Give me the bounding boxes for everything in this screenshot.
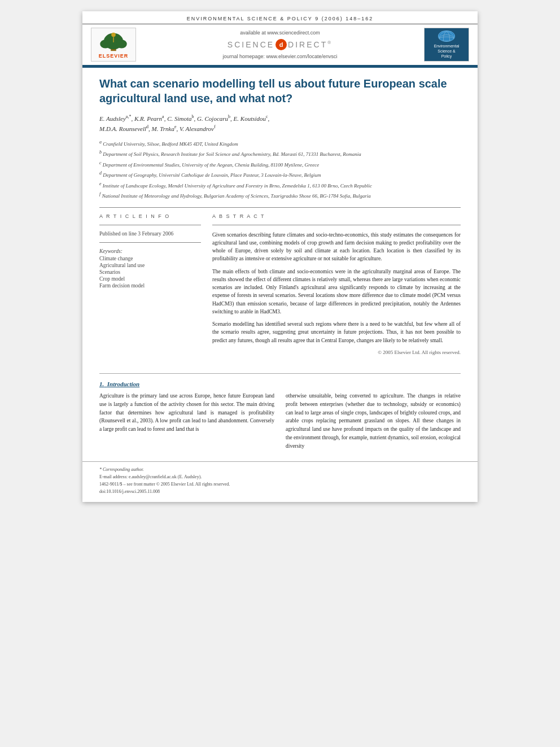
intro-heading-text: Introduction: [107, 381, 139, 387]
author-1: E. Audsley: [99, 115, 126, 122]
abstract-p1: Given scenarios describing future climat…: [212, 231, 461, 263]
d-circle: d: [275, 39, 287, 50]
footer-section: * Corresponding author. E-mail address: …: [82, 461, 478, 502]
science-text: SCIENCE: [228, 40, 274, 49]
author-8-sup: f: [214, 124, 216, 129]
author-1-sup: a,*: [126, 114, 132, 119]
affil-b: b Department of Soil Physics, Research I…: [99, 149, 461, 159]
author-3-sup: b: [192, 114, 194, 119]
affiliations: a Cranfield University, Silsoe, Bedford …: [99, 139, 461, 200]
email-address: e.audsley@cranfield.ac.uk (E. Audsley).: [129, 474, 202, 479]
intro-divider: [99, 373, 461, 374]
author-6-sup: d: [146, 124, 148, 129]
article-info-section: Published on line 3 February 2006 Keywor…: [99, 231, 201, 289]
section-divider-2: [99, 225, 201, 225]
svg-point-4: [111, 33, 116, 37]
published-date: Published on line 3 February 2006: [99, 231, 201, 237]
svg-point-6: [439, 32, 454, 42]
elsevier-label: ELSEVIER: [99, 53, 129, 59]
abstract-p2: The main effects of both climate and soc…: [212, 268, 461, 316]
keyword-2: Agricultural land use: [99, 263, 201, 268]
intro-two-col: Agriculture is the primary land use acro…: [99, 392, 461, 450]
author-4-sup: b: [228, 114, 230, 119]
env-logo-text: EnvironmentalScience &Policy: [434, 43, 460, 59]
affil-a: a Cranfield University, Silsoe, Bedford …: [99, 139, 461, 148]
keywords-label: Keywords:: [99, 248, 201, 254]
article-content: What can scenario modelling tell us abou…: [82, 68, 478, 368]
keyword-1: Climate change: [99, 256, 201, 261]
affil-f: f National Institute of Meteorology and …: [99, 191, 461, 200]
intro-col-right: otherwise unsuitable, being converted to…: [286, 392, 461, 450]
author-8: V. Alexandrov: [180, 125, 214, 132]
doi-line: doi:10.1016/j.envsci.2005.11.008: [99, 488, 461, 496]
keyword-4: Crop model: [99, 276, 201, 282]
intro-text-right: otherwise unsuitable, being converted to…: [286, 392, 461, 450]
page: ENVIRONMENTAL SCIENCE & POLICY 9 (2006) …: [82, 11, 478, 502]
header-center: available at www.sciencedirect.com SCIEN…: [136, 30, 424, 59]
article-title: What can scenario modelling tell us abou…: [99, 76, 461, 106]
available-text: available at www.sciencedirect.com: [136, 30, 424, 36]
svg-point-3: [116, 40, 127, 48]
keyword-5: Farm decision model: [99, 283, 201, 289]
intro-number: 1.: [99, 381, 104, 387]
journal-title: ENVIRONMENTAL SCIENCE & POLICY 9 (2006) …: [187, 16, 373, 21]
section-divider-4: [212, 225, 461, 225]
author-3: C. Simota: [167, 115, 191, 122]
sciencedirect-logo: SCIENCE d DIRECT®: [136, 39, 424, 50]
svg-point-2: [100, 40, 111, 48]
section-divider-1: [99, 207, 461, 208]
author-2: K.R. Pearn: [134, 115, 162, 122]
intro-col-left: Agriculture is the primary land use acro…: [99, 392, 274, 450]
section-divider-3: [99, 242, 201, 243]
email-line: E-mail address: e.audsley@cranfield.ac.u…: [99, 474, 461, 481]
abstract-col: A B S T R A C T Given scenarios describi…: [212, 213, 461, 357]
affil-c: c Department of Environmental Studies, U…: [99, 160, 461, 169]
affil-e: e Institute of Landscape Ecology, Mendel…: [99, 181, 461, 190]
article-info-abstract: A R T I C L E I N F O Published on line …: [99, 213, 461, 357]
author-7-sup: e: [174, 124, 177, 129]
authors: E. Audsleya,*, K.R. Pearna, C. Simotab, …: [99, 113, 461, 134]
author-7: M. Trnka: [152, 125, 174, 132]
env-science-logo: EnvironmentalScience &Policy: [424, 28, 469, 62]
abstract-header: A B S T R A C T: [212, 213, 461, 219]
elsevier-logo: ELSEVIER: [91, 28, 136, 62]
author-2-sup: a: [162, 114, 164, 119]
author-5-sup: c: [266, 114, 268, 119]
footnote-star: * Corresponding author.: [99, 467, 144, 472]
article-info-col: A R T I C L E I N F O Published on line …: [99, 213, 201, 357]
author-5: E. Koutsidou: [234, 115, 266, 122]
keyword-3: Scenarios: [99, 269, 201, 275]
affil-d: d Department of Geography, Université Ca…: [99, 170, 461, 180]
copyright: © 2005 Elsevier Ltd. All rights reserved…: [212, 349, 461, 357]
journal-header: ENVIRONMENTAL SCIENCE & POLICY 9 (2006) …: [82, 11, 478, 24]
author-6: M.D.A. Rounsevell: [99, 125, 146, 132]
author-4: G. Cojocaru: [197, 115, 228, 122]
globe-icon: [438, 30, 455, 42]
issn-line: 1462-9011/$ – see front matter © 2005 El…: [99, 481, 461, 488]
header-logos: ELSEVIER available at www.sciencedirect.…: [82, 24, 478, 65]
abstract-text: Given scenarios describing future climat…: [212, 231, 461, 357]
intro-heading: 1. Introduction: [99, 381, 461, 387]
email-label: E-mail address:: [99, 474, 128, 479]
introduction-section: 1. Introduction Agriculture is the prima…: [82, 368, 478, 461]
corresponding-author-note: * Corresponding author.: [99, 466, 461, 474]
journal-homepage-text: journal homepage: www.elsevier.com/locat…: [136, 54, 424, 59]
article-info-header: A R T I C L E I N F O: [99, 213, 201, 219]
direct-text: DIRECT®: [288, 40, 333, 49]
abstract-p3: Scenario modelling has identified severa…: [212, 320, 461, 344]
intro-text-left: Agriculture is the primary land use acro…: [99, 392, 274, 434]
